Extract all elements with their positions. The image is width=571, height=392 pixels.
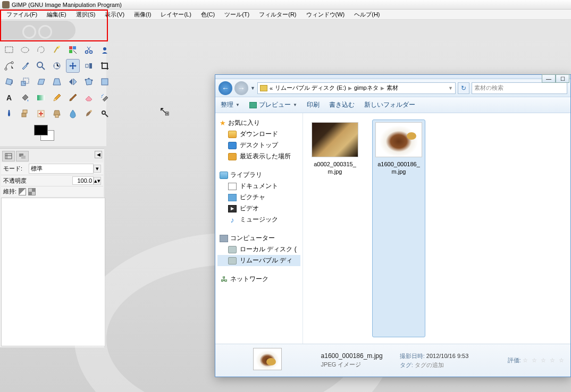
details-thumbnail (253, 348, 282, 370)
address-dropdown-icon[interactable]: ▼ (448, 86, 453, 91)
color-swatches[interactable] (34, 125, 61, 143)
options-menu-arrow[interactable]: ◀ (95, 151, 102, 158)
menu-filter[interactable]: フィルター(R) (255, 11, 300, 19)
nav-forward-button[interactable]: → (234, 81, 248, 95)
breadcrumb-folder2[interactable]: 素材 (387, 84, 398, 92)
breadcrumb-disk[interactable]: リムーバブル ディスク (E:) (275, 84, 346, 92)
tool-bucket-fill[interactable] (18, 91, 32, 105)
tool-shear[interactable] (34, 75, 48, 89)
opacity-value[interactable]: 100.0 (72, 176, 94, 185)
address-bar[interactable]: « リムーバブル ディスク (E:) ▶ gimpネタ ▶ 素材 ▼ (257, 82, 456, 94)
details-tag-value[interactable]: タグの追加 (415, 362, 444, 368)
menu-window[interactable]: ウィンドウ(W) (302, 11, 349, 19)
search-input[interactable]: 素材の検索 (472, 82, 567, 94)
tool-color-select[interactable] (66, 43, 80, 57)
svg-rect-14 (86, 64, 88, 67)
tool-ellipse-select[interactable] (18, 43, 32, 57)
tool-crop[interactable] (98, 59, 112, 73)
menu-file[interactable]: ファイル(F) (2, 11, 41, 19)
tool-eraser[interactable] (82, 91, 96, 105)
tool-paths[interactable] (2, 59, 16, 73)
maximize-button[interactable]: ☐ (556, 74, 569, 83)
file-list[interactable]: a0002_000315_m.jpg a1600_000186_m.jpg (303, 113, 570, 344)
menu-layer[interactable]: レイヤー(L) (156, 11, 195, 19)
tool-zoom[interactable] (34, 59, 48, 73)
refresh-button[interactable]: ↻ (458, 82, 469, 94)
toolbar-organize[interactable]: 整理▼ (221, 100, 240, 109)
explorer-titlebar[interactable]: — ☐ (215, 75, 570, 79)
menu-tool[interactable]: ツール(T) (220, 11, 254, 19)
menu-select[interactable]: 選択(S) (72, 11, 100, 19)
menu-image[interactable]: 画像(I) (130, 11, 155, 19)
tool-rotate[interactable] (2, 75, 16, 89)
mode-select[interactable]: 標準 (29, 164, 94, 174)
tool-paintbrush[interactable] (66, 91, 80, 105)
tree-computer[interactable]: コンピューター (217, 233, 300, 244)
nav-back-button[interactable]: ← (219, 81, 232, 95)
tool-move[interactable] (66, 59, 80, 73)
tree-removable-disk[interactable]: リムーバブル ディ (217, 255, 300, 266)
tool-text[interactable]: A (2, 91, 16, 105)
tool-free-select[interactable] (34, 43, 48, 57)
tool-ink[interactable] (2, 107, 16, 121)
tree-pictures[interactable]: ピクチャ (217, 192, 300, 203)
tool-flip[interactable] (66, 75, 80, 89)
tool-fuzzy-select[interactable] (50, 43, 64, 57)
menu-view[interactable]: 表示(V) (100, 11, 129, 19)
tool-color-picker[interactable] (18, 59, 32, 73)
tree-recent[interactable]: 最近表示した場所 (217, 151, 300, 162)
tree-local-disk[interactable]: ローカル ディスク ( (217, 244, 300, 255)
menu-color[interactable]: 色(C) (197, 11, 219, 19)
opacity-spinner-icon[interactable]: ▴▾ (94, 177, 101, 185)
options-tab-1[interactable] (2, 151, 15, 161)
menu-edit[interactable]: 編集(E) (43, 11, 71, 19)
nav-history-dropdown[interactable]: ▼ (250, 86, 255, 91)
details-filename: a1600_000186_m.jpg (321, 352, 383, 360)
tool-foreground-select[interactable] (98, 43, 112, 57)
tree-library[interactable]: ライブラリ (217, 169, 300, 181)
breadcrumb-folder1[interactable]: gimpネタ (354, 84, 379, 92)
preserve-label: 維持: (3, 188, 16, 195)
tree-documents[interactable]: ドキュメント (217, 181, 300, 192)
file-item[interactable]: a0002_000315_m.jpg (308, 120, 362, 337)
preserve-swatch-2[interactable] (28, 188, 36, 195)
image-drop-area[interactable] (0, 20, 571, 41)
tree-favorites[interactable]: ★お気に入り (217, 117, 300, 129)
preview-icon (249, 102, 257, 108)
tree-desktop[interactable]: デスクトップ (217, 140, 300, 151)
rating-stars[interactable]: ☆ ☆ ☆ ☆ ☆ (523, 357, 565, 363)
tree-network[interactable]: 🖧ネットワーク (217, 274, 300, 285)
file-item[interactable]: a1600_000186_m.jpg (372, 120, 425, 337)
tool-airbrush[interactable] (98, 91, 112, 105)
toolbar-new-folder[interactable]: 新しいフォルダー (364, 100, 415, 109)
mode-dropdown-icon[interactable]: ▾ (94, 165, 101, 173)
svg-point-6 (86, 51, 88, 54)
tool-blur[interactable] (66, 107, 80, 121)
toolbar-print[interactable]: 印刷 (307, 100, 320, 109)
toolbar-burn[interactable]: 書き込む (329, 100, 355, 109)
tool-unified-transform[interactable] (98, 75, 112, 89)
tree-videos[interactable]: ▶ビデオ (217, 203, 300, 214)
tool-smudge[interactable] (82, 107, 96, 121)
minimize-button[interactable]: — (542, 74, 556, 83)
tool-cage[interactable] (82, 75, 96, 89)
toolbar-preview[interactable]: プレビュー▼ (249, 100, 297, 109)
tool-heal[interactable] (34, 107, 48, 121)
tool-clone[interactable] (18, 107, 32, 121)
tool-scissors[interactable] (82, 43, 96, 57)
tool-measure[interactable] (50, 59, 64, 73)
tool-gradient[interactable] (34, 91, 48, 105)
tree-downloads[interactable]: ダウンロード (217, 129, 300, 140)
tool-perspective-clone[interactable] (50, 107, 64, 121)
menu-help[interactable]: ヘルプ(H) (350, 11, 384, 19)
tool-pencil[interactable] (50, 91, 64, 105)
preserve-swatch-1[interactable] (19, 188, 26, 195)
tool-perspective[interactable] (50, 75, 64, 89)
tool-scale[interactable] (18, 75, 32, 89)
options-tab-2[interactable] (16, 151, 29, 161)
tool-dodge[interactable] (98, 107, 112, 121)
tool-align[interactable] (82, 59, 96, 73)
tool-rect-select[interactable] (2, 43, 16, 57)
tree-music[interactable]: ♪ミュージック (217, 214, 300, 225)
fg-color-swatch[interactable] (34, 125, 48, 135)
